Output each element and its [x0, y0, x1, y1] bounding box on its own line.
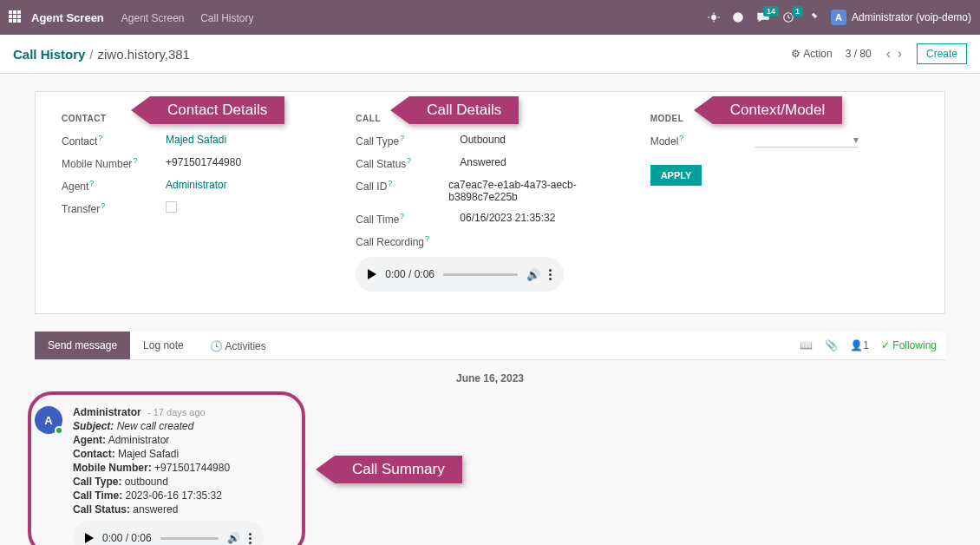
presence-icon [55, 426, 63, 435]
help-icon[interactable]: ? [89, 179, 94, 187]
play-icon[interactable] [85, 533, 94, 543]
help-icon[interactable]: ? [400, 134, 404, 142]
help-icon[interactable]: ? [679, 134, 683, 142]
clock-badge: 1 [792, 6, 803, 16]
topbar-nav: Agent Screen Call History [121, 11, 267, 24]
model-column: Context/Model MODEL Model?▾ APPLY [650, 114, 918, 292]
callout-contact: Contact Details [131, 96, 284, 124]
mobile-value: +971501744980 [166, 156, 241, 170]
help-icon[interactable]: ? [400, 212, 404, 220]
log-note-tab[interactable]: Log note [130, 332, 197, 359]
nav-agent-screen[interactable]: Agent Screen [121, 12, 185, 24]
nav-call-history[interactable]: Call History [200, 12, 253, 24]
send-message-tab[interactable]: Send message [35, 332, 130, 359]
transfer-checkbox[interactable] [166, 201, 177, 213]
callout-summary: Call Summary [316, 456, 462, 483]
message-1: A Administrator - 17 days ago Subject: N… [35, 401, 945, 545]
chevron-down-icon: ▾ [853, 134, 859, 147]
followers-count[interactable]: 👤1 [850, 339, 869, 351]
call-status-value: Answered [460, 156, 506, 170]
audio-menu-icon[interactable] [249, 533, 252, 544]
avatar: A [35, 406, 62, 434]
contact-column: Contact Details CONTACT Contact?Majed Sa… [62, 114, 330, 292]
bug-icon[interactable] [708, 11, 720, 23]
model-dropdown[interactable]: ▾ [755, 134, 859, 148]
help-icon[interactable]: ? [407, 156, 411, 165]
pager-controls: ‹ › [885, 46, 904, 62]
gear-icon: ⚙ [791, 48, 800, 60]
call-type-value: Outbound [460, 134, 506, 148]
apply-button[interactable]: APPLY [650, 165, 702, 186]
audio-track[interactable] [160, 537, 219, 540]
breadcrumb-current: ziwo.history,381 [98, 47, 190, 62]
volume-icon[interactable]: 🔊 [526, 268, 540, 281]
user-menu[interactable]: A Administrator (voip-demo) [831, 10, 971, 25]
help-icon[interactable]: ? [98, 134, 102, 142]
activities-tab[interactable]: 🕓 Activities [197, 332, 279, 359]
clock-icon[interactable]: 1 [782, 11, 794, 23]
help-icon[interactable]: ? [388, 179, 392, 187]
app-title: Agent Screen [31, 11, 104, 24]
apps-icon[interactable] [9, 10, 23, 24]
create-button[interactable]: Create [917, 43, 967, 64]
call-column: Call Details CALL Call Type?Outbound Cal… [356, 114, 624, 292]
audio-player[interactable]: 0:00 / 0:06 🔊 [356, 257, 564, 292]
messages-badge: 14 [763, 6, 779, 16]
callout-model: Context/Model [694, 96, 843, 124]
volume-icon[interactable]: 🔊 [227, 532, 240, 544]
date-separator: June 16, 2023 [35, 372, 945, 384]
topbar: Agent Screen Agent Screen Call History 1… [0, 0, 980, 35]
svg-point-0 [711, 15, 716, 20]
action-menu[interactable]: ⚙Action [791, 48, 832, 60]
following-button[interactable]: ✓ Following [881, 339, 937, 351]
chatter-tabs: Send message Log note 🕓 Activities 📖 📎 👤… [35, 332, 945, 360]
contact-value[interactable]: Majed Safadi [166, 134, 226, 148]
breadcrumb-bar: Call History / ziwo.history,381 ⚙Action … [0, 35, 980, 74]
pager-next[interactable]: › [898, 46, 902, 61]
agent-value[interactable]: Administrator [166, 179, 227, 193]
call-id-value: ca7eac7e-e1ab-4a73-aecb-b3898c7e225b [448, 179, 624, 203]
form-sheet: Contact Details CONTACT Contact?Majed Sa… [35, 91, 945, 314]
user-label: Administrator (voip-demo) [852, 11, 971, 23]
svg-point-1 [733, 12, 743, 23]
attachment-icon[interactable]: 📎 [825, 339, 838, 351]
msg-time: - 17 days ago [147, 407, 206, 417]
help-icon[interactable]: ? [133, 156, 137, 165]
breadcrumb-separator: / [89, 47, 93, 62]
play-icon[interactable] [368, 269, 376, 279]
messages-icon[interactable]: 14 [756, 11, 770, 23]
clock-small-icon: 🕓 [210, 340, 223, 352]
callout-call: Call Details [390, 96, 519, 124]
book-icon[interactable]: 📖 [800, 339, 813, 351]
call-time-value: 06/16/2023 21:35:32 [460, 212, 555, 226]
chat-icon[interactable] [732, 11, 744, 23]
audio-track[interactable] [443, 273, 518, 276]
breadcrumb-root[interactable]: Call History [13, 47, 85, 62]
help-icon[interactable]: ? [425, 234, 429, 243]
audio-time: 0:00 / 0:06 [385, 268, 434, 280]
pager-prev[interactable]: ‹ [886, 46, 891, 61]
audio-time: 0:00 / 0:06 [102, 532, 152, 544]
tools-icon[interactable] [807, 11, 819, 23]
msg-author: Administrator [73, 406, 141, 418]
audio-menu-icon[interactable] [549, 269, 552, 280]
pager-text: 3 / 80 [846, 48, 872, 60]
msg-audio-player[interactable]: 0:00 / 0:06 🔊 [73, 521, 264, 545]
help-icon[interactable]: ? [101, 201, 105, 210]
user-avatar-icon: A [831, 10, 846, 25]
